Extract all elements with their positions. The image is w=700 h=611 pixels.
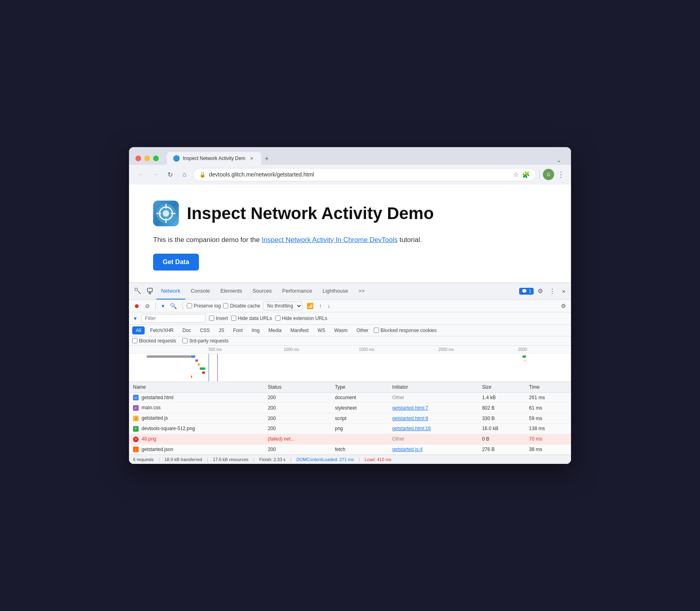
page-header: Inspect Network Activity Demo <box>153 201 547 226</box>
type-filter-css[interactable]: CSS <box>196 326 213 334</box>
filter-input[interactable] <box>141 314 206 323</box>
back-button[interactable]: ← <box>135 169 147 180</box>
throttle-select[interactable]: No throttling <box>263 301 303 310</box>
table-row[interactable]: { getstarted.json 200 fetch getstarted.j… <box>129 444 571 455</box>
home-button[interactable]: ⌂ <box>179 169 190 180</box>
tab-chevron-icon[interactable]: ⌄ <box>553 155 565 165</box>
table-row[interactable]: J getstarted.js 200 script getstarted.ht… <box>129 413 571 424</box>
type-filter-doc[interactable]: Doc <box>179 326 194 334</box>
type-filter-fetchxhr[interactable]: Fetch/XHR <box>146 326 177 334</box>
cell-initiator: getstarted.html:9 <box>388 413 478 424</box>
type-filter-other[interactable]: Other <box>353 326 372 334</box>
svg-line-8 <box>138 291 141 294</box>
initiator-link[interactable]: getstarted.html:9 <box>392 416 428 421</box>
invert-checkbox[interactable]: Invert <box>209 316 228 321</box>
new-tab-button[interactable]: + <box>261 153 272 165</box>
col-size: Size <box>478 382 525 393</box>
address-bar: ← → ↻ ⌂ 🔒 devtools.glitch.me/network/get… <box>129 165 571 185</box>
wf-bar-5 <box>522 355 526 358</box>
initiator-link[interactable]: getstarted.html:16 <box>392 426 431 431</box>
online-icon[interactable]: 📶 <box>305 302 315 310</box>
tab-lighthouse[interactable]: Lighthouse <box>318 283 353 299</box>
record-button[interactable]: ⏺ <box>132 302 141 310</box>
type-filter-font[interactable]: Font <box>229 326 246 334</box>
table-row[interactable]: H getstarted.html 200 document Other 1.4… <box>129 392 571 403</box>
wf-bar-err <box>202 371 205 374</box>
tab-performance[interactable]: Performance <box>277 283 317 299</box>
tab-console[interactable]: Console <box>186 283 215 299</box>
table-row[interactable]: C main.css 200 stylesheet getstarted.htm… <box>129 403 571 413</box>
bookmark-icon[interactable]: ☆ <box>513 171 519 178</box>
file-type-icon: C <box>133 405 139 411</box>
table-row[interactable]: P devtools-square-512.png 200 png getsta… <box>129 424 571 434</box>
device-toolbar-icon[interactable] <box>144 285 156 297</box>
initiator-text: Other <box>392 395 404 400</box>
extension-icon[interactable]: 🧩 <box>522 171 530 178</box>
network-toolbar: ⏺ ⊘ ▾ 🔍 Preserve log Disable cache No th… <box>129 300 571 312</box>
type-filter-js[interactable]: JS <box>215 326 228 334</box>
type-filter-wasm[interactable]: Wasm <box>331 326 352 334</box>
subtitle-end: tutorial. <box>397 236 422 244</box>
type-filter-ws[interactable]: WS <box>314 326 329 334</box>
profile-avatar[interactable]: G <box>543 169 554 180</box>
devtools-settings-button[interactable]: ⚙ <box>535 285 545 297</box>
inspect-element-icon[interactable] <box>132 285 143 297</box>
network-settings-button[interactable]: ⚙ <box>559 302 568 310</box>
tab-sources[interactable]: Sources <box>248 283 277 299</box>
table-row[interactable]: ✕ 48.png (failed) net... Other 0 B 70 ms <box>129 434 571 444</box>
file-name: getstarted.js <box>141 415 168 421</box>
cell-size: 330 B <box>478 413 525 424</box>
hide-data-urls-checkbox[interactable]: Hide data URLs <box>231 316 272 321</box>
browser-window: 🌐 Inspect Network Activity Dem × + ⌄ ← →… <box>129 147 571 464</box>
search-button[interactable]: 🔍 <box>168 302 178 310</box>
url-text: devtools.glitch.me/network/getstarted.ht… <box>209 171 510 178</box>
file-name: 48.png <box>141 436 156 442</box>
preserve-log-checkbox[interactable]: Preserve log <box>187 303 221 309</box>
blocked-requests-checkbox[interactable]: Blocked requests <box>132 338 176 344</box>
hide-extension-urls-checkbox[interactable]: Hide extension URLs <box>275 316 327 321</box>
type-filter-all[interactable]: All <box>132 326 145 334</box>
tab-more[interactable]: >> <box>354 283 369 299</box>
reload-button[interactable]: ↻ <box>164 169 176 180</box>
cell-size: 276 B <box>478 444 525 455</box>
url-bar[interactable]: 🔒 devtools.glitch.me/network/getstarted.… <box>193 168 536 181</box>
page-logo <box>153 201 179 226</box>
col-type: Type <box>331 382 388 393</box>
third-party-checkbox[interactable]: 3rd-party requests <box>182 338 228 344</box>
filter-icon[interactable]: ▾ <box>132 314 138 322</box>
close-traffic-light[interactable] <box>135 156 141 161</box>
import-icon[interactable]: ↑ <box>317 302 323 310</box>
tab-network[interactable]: Network <box>156 283 185 299</box>
waterfall-area: 500 ms 1000 ms 1500 ms 2000 ms 2500 <box>129 346 571 382</box>
type-filter-media[interactable]: Media <box>265 326 285 334</box>
clear-button[interactable]: ⊘ <box>143 302 151 310</box>
export-icon[interactable]: ↓ <box>326 302 332 310</box>
cell-time: 38 ms <box>525 444 571 455</box>
devtools-toolbar: Network Console Elements Sources Perform… <box>129 283 571 300</box>
separator2 <box>182 302 183 310</box>
filter-button[interactable]: ▾ <box>160 302 166 310</box>
tab-close-button[interactable]: × <box>248 155 255 162</box>
status-load: Load: 410 ms <box>364 457 391 462</box>
subtitle-link[interactable]: Inspect Network Activity In Chrome DevTo… <box>262 236 397 244</box>
initiator-link[interactable]: getstarted.js:4 <box>392 447 422 452</box>
devtools-close-button[interactable]: × <box>559 285 568 297</box>
cell-name: { getstarted.json <box>129 444 264 455</box>
tab-elements[interactable]: Elements <box>215 283 247 299</box>
browser-tab[interactable]: 🌐 Inspect Network Activity Dem × <box>167 152 261 165</box>
devtools-more-button[interactable]: ⋮ <box>547 285 558 297</box>
cell-status: 200 <box>264 392 331 403</box>
forward-button[interactable]: → <box>150 169 161 180</box>
browser-menu-button[interactable]: ⋮ <box>557 170 565 179</box>
status-requests: 6 requests <box>133 457 154 462</box>
initiator-link[interactable]: getstarted.html:7 <box>392 405 428 411</box>
get-data-button[interactable]: Get Data <box>153 254 199 271</box>
disable-cache-checkbox[interactable]: Disable cache <box>223 303 260 309</box>
cell-size: 802 B <box>478 403 525 413</box>
blocked-cookies-checkbox[interactable]: Blocked response cookies <box>374 328 436 333</box>
col-name: Name <box>129 382 264 393</box>
minimize-traffic-light[interactable] <box>144 156 150 161</box>
maximize-traffic-light[interactable] <box>153 156 159 161</box>
type-filter-img[interactable]: Img <box>248 326 263 334</box>
type-filter-manifest[interactable]: Manifest <box>287 326 312 334</box>
